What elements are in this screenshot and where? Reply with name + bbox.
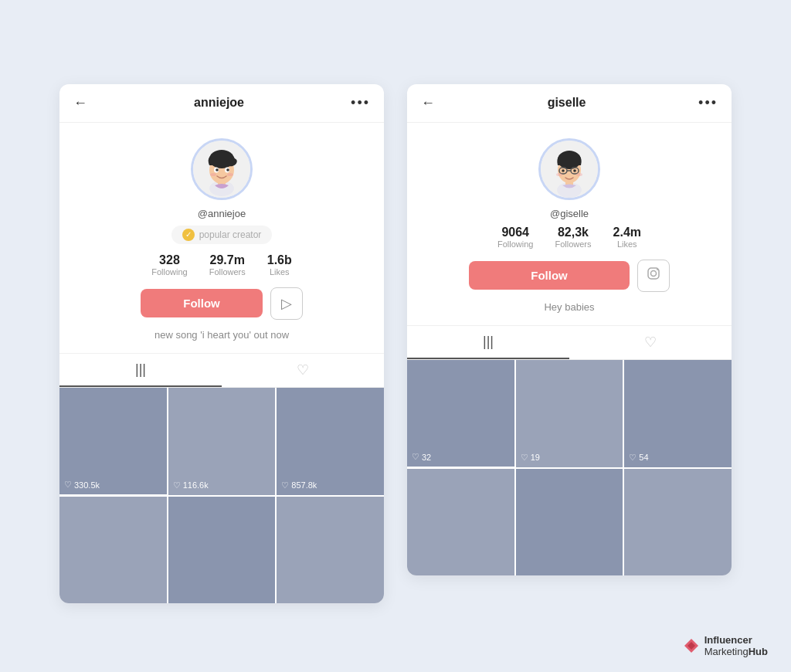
heart-small-icon: ♡ bbox=[281, 480, 289, 490]
grid-giselle: ♡ 32 ♡ 19 ♡ 54 bbox=[407, 360, 732, 575]
avatar-anniejoe bbox=[191, 138, 253, 200]
grid-item[interactable]: ♡ 32 bbox=[407, 360, 514, 467]
svg-point-11 bbox=[227, 173, 233, 176]
back-icon-anniejoe[interactable]: ← bbox=[73, 95, 87, 111]
svg-point-22 bbox=[556, 173, 562, 176]
stat-likes-giselle: 2.4m Likes bbox=[613, 226, 641, 249]
badge-anniejoe: ✓ popular creator bbox=[171, 226, 273, 244]
tab-likes-anniejoe[interactable]: ♡ bbox=[222, 354, 384, 387]
heart-small-icon: ♡ bbox=[521, 453, 528, 463]
grid-item-likes: ♡ 857.8k bbox=[281, 480, 317, 490]
grid-item-likes: ♡ 19 bbox=[521, 453, 540, 463]
instagram-button-giselle[interactable] bbox=[637, 260, 670, 292]
avatar-giselle bbox=[538, 138, 600, 200]
grid-item[interactable] bbox=[168, 497, 276, 604]
more-icon-anniejoe[interactable]: ••• bbox=[351, 95, 370, 111]
follow-button-giselle[interactable]: Follow bbox=[469, 261, 630, 290]
heart-small-icon: ♡ bbox=[173, 480, 181, 490]
tab-likes-giselle[interactable]: ♡ bbox=[569, 326, 732, 359]
svg-point-23 bbox=[576, 173, 582, 176]
username-giselle: giselle bbox=[548, 96, 586, 110]
grid-item[interactable]: ♡ 19 bbox=[516, 360, 623, 467]
header-giselle: ← giselle ••• bbox=[407, 84, 732, 123]
actions-row-giselle: Follow bbox=[469, 260, 670, 292]
profile-section-anniejoe: @anniejoe ✓ popular creator 328 Followin… bbox=[59, 123, 384, 354]
grid-item[interactable]: ♡ 54 bbox=[624, 360, 732, 467]
grid-item-likes: ♡ 116.6k bbox=[173, 480, 209, 490]
tab-grid-anniejoe[interactable]: ||| bbox=[59, 354, 222, 387]
grid-item[interactable] bbox=[624, 469, 732, 576]
check-icon: ✓ bbox=[182, 229, 195, 241]
brand-diamond-icon bbox=[683, 637, 700, 654]
svg-point-20 bbox=[562, 169, 565, 172]
grid-item-likes: ♡ 54 bbox=[629, 453, 648, 463]
grid-item[interactable]: ♡ 857.8k bbox=[277, 388, 384, 495]
heart-small-icon: ♡ bbox=[629, 453, 637, 463]
stat-likes-anniejoe: 1.6b Likes bbox=[267, 253, 292, 277]
header-anniejoe: ← anniejoe ••• bbox=[59, 84, 384, 123]
tabs-giselle: ||| ♡ bbox=[407, 326, 732, 360]
tabs-anniejoe: ||| ♡ bbox=[59, 354, 384, 388]
grid-anniejoe: ♡ 330.5k ♡ 116.6k ♡ 857.8k bbox=[59, 388, 384, 603]
svg-point-9 bbox=[226, 168, 229, 171]
grid-item-likes: ♡ 32 bbox=[412, 452, 431, 462]
heart-small-icon: ♡ bbox=[64, 480, 72, 490]
svg-point-26 bbox=[657, 269, 658, 270]
follow-button-anniejoe[interactable]: Follow bbox=[141, 289, 263, 317]
username-anniejoe: anniejoe bbox=[194, 96, 244, 110]
grid-item[interactable] bbox=[516, 469, 623, 576]
phones-container: ← anniejoe ••• bbox=[59, 69, 732, 603]
stat-following-giselle: 9064 Following bbox=[497, 226, 533, 249]
tab-grid-giselle[interactable]: ||| bbox=[407, 326, 569, 359]
svg-point-8 bbox=[216, 168, 219, 171]
back-icon-giselle[interactable]: ← bbox=[421, 95, 435, 111]
branding: Influencer MarketingHub bbox=[683, 634, 768, 658]
brand-text: Influencer MarketingHub bbox=[704, 634, 768, 658]
grid-item[interactable] bbox=[407, 469, 514, 576]
grid-item[interactable]: ♡ 330.5k bbox=[59, 388, 167, 495]
handle-anniejoe: @anniejoe bbox=[198, 208, 246, 219]
stats-row-giselle: 9064 Following 82,3k Followers 2.4m Like… bbox=[497, 226, 641, 249]
handle-giselle: @giselle bbox=[550, 208, 589, 219]
bio-anniejoe: new song 'i heart you' out now bbox=[154, 329, 289, 341]
bio-giselle: Hey babies bbox=[544, 301, 594, 313]
grid-item[interactable] bbox=[277, 497, 384, 604]
stat-followers-giselle: 82,3k Followers bbox=[555, 226, 591, 249]
stats-row-anniejoe: 328 Following 29.7m Followers 1.6b Likes bbox=[151, 253, 292, 277]
phone-anniejoe: ← anniejoe ••• bbox=[59, 84, 384, 603]
profile-section-giselle: @giselle 9064 Following 82,3k Followers … bbox=[407, 123, 732, 326]
heart-small-icon: ♡ bbox=[412, 452, 419, 462]
svg-point-10 bbox=[210, 173, 216, 176]
grid-item[interactable] bbox=[59, 497, 167, 604]
phone-giselle: ← giselle ••• bbox=[407, 84, 732, 575]
actions-row-anniejoe: Follow ▷ bbox=[141, 287, 303, 320]
svg-point-21 bbox=[573, 169, 576, 172]
stat-followers-anniejoe: 29.7m Followers bbox=[209, 253, 246, 277]
more-icon-giselle[interactable]: ••• bbox=[698, 95, 718, 111]
grid-item[interactable]: ♡ 116.6k bbox=[168, 388, 276, 495]
instagram-icon bbox=[646, 266, 661, 285]
play-icon: ▷ bbox=[281, 295, 292, 312]
grid-item-likes: ♡ 330.5k bbox=[64, 480, 100, 490]
stat-following-anniejoe: 328 Following bbox=[151, 253, 187, 277]
svg-point-25 bbox=[650, 271, 656, 277]
play-button-anniejoe[interactable]: ▷ bbox=[270, 287, 303, 320]
